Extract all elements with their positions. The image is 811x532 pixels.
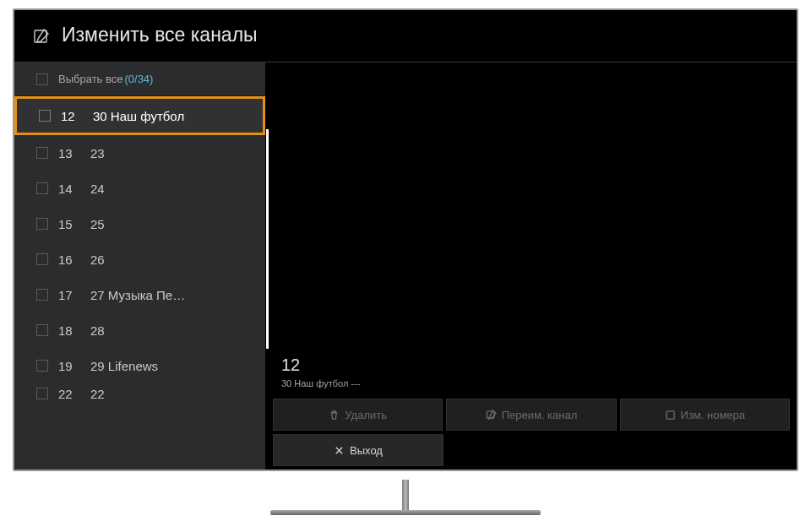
checkbox-icon [36, 218, 48, 230]
channel-row[interactable]: 17 27 Музыка Пе… [14, 277, 265, 312]
channel-number: 14 [58, 182, 90, 196]
detail-number: 12 [281, 356, 781, 375]
svg-rect-2 [666, 410, 673, 418]
renumber-button[interactable]: Изм. номера [620, 399, 790, 431]
select-all-row[interactable]: Выбрать все (0/34) [14, 62, 265, 96]
close-icon [334, 445, 345, 456]
page-title: Изменить все каналы [62, 24, 258, 46]
checkbox-icon [39, 110, 51, 122]
channel-row[interactable]: 13 23 [14, 135, 265, 171]
edit-icon [33, 28, 50, 45]
title-bar: Изменить все каналы [14, 10, 797, 62]
channel-number: 12 [61, 109, 93, 123]
checkbox-icon [36, 360, 48, 372]
channel-row[interactable]: 16 26 [14, 242, 265, 277]
channel-number: 13 [58, 146, 90, 160]
exit-button[interactable]: Выход [273, 434, 444, 466]
number-icon [665, 410, 676, 421]
checkbox-icon [36, 253, 48, 265]
preview-edge [266, 129, 269, 349]
checkbox-icon [36, 289, 48, 301]
detail-name: 30 Наш футбол --- [281, 378, 781, 388]
channel-name: 30 Наш футбол [93, 109, 246, 123]
channel-list: 12 30 Наш футбол 13 23 14 24 [14, 96, 265, 470]
channel-sidebar: Выбрать все (0/34) 12 30 Наш футбол 13 2… [14, 62, 266, 470]
channel-number: 15 [58, 217, 90, 231]
channel-row[interactable]: 14 24 [14, 171, 265, 206]
exit-label: Выход [350, 444, 383, 457]
renumber-label: Изм. номера [681, 409, 746, 421]
channel-name: 26 [90, 252, 248, 267]
channel-number: 18 [58, 323, 90, 338]
channel-row[interactable]: 12 30 Наш футбол [14, 96, 265, 135]
channel-name: 22 [90, 387, 248, 401]
channel-name: 23 [90, 146, 248, 160]
rename-button[interactable]: Переим. канал [446, 399, 616, 431]
channel-row[interactable]: 19 29 Lifenews [14, 348, 265, 383]
preview-area [266, 62, 797, 349]
channel-number: 19 [58, 359, 90, 373]
delete-label: Удалить [345, 409, 387, 421]
channel-number: 16 [58, 252, 90, 267]
checkbox-icon [36, 182, 48, 194]
channel-name: 28 [90, 323, 248, 338]
trash-icon [329, 410, 340, 421]
channel-row[interactable]: 15 25 [14, 206, 265, 242]
channel-name: 29 Lifenews [90, 359, 248, 373]
channel-row[interactable]: 18 28 [14, 312, 265, 348]
delete-button[interactable]: Удалить [273, 399, 443, 431]
channel-row[interactable]: 22 22 [14, 383, 265, 404]
checkbox-icon [36, 388, 48, 399]
checkbox-icon [36, 324, 48, 336]
rename-label: Переим. канал [502, 409, 578, 421]
channel-name: 27 Музыка Пе… [90, 288, 248, 302]
action-buttons: Удалить Переим. канал Изм. номера [266, 392, 797, 470]
channel-number: 17 [58, 288, 90, 302]
checkbox-icon [36, 73, 48, 85]
channel-name: 24 [90, 182, 248, 196]
select-all-count: (0/34) [124, 73, 153, 85]
svg-rect-0 [35, 30, 46, 42]
main-panel: 12 30 Наш футбол --- Удалить Пер [266, 62, 797, 470]
edit-small-icon [486, 410, 497, 421]
channel-name: 25 [90, 217, 248, 231]
channel-number: 22 [58, 387, 90, 401]
checkbox-icon [36, 147, 48, 159]
select-all-label: Выбрать все [58, 73, 122, 85]
channel-detail: 12 30 Наш футбол --- [266, 349, 797, 392]
